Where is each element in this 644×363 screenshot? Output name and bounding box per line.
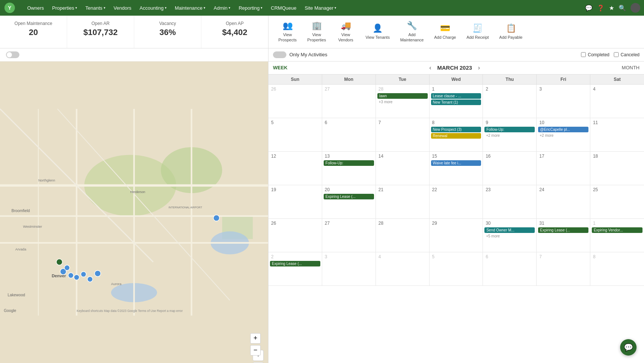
calendar-day-1-1[interactable]: 6	[322, 118, 376, 152]
calendar-day-4-5[interactable]: 31Expiring Lease (...	[537, 219, 590, 252]
calendar-event-more[interactable]: +5 more	[484, 234, 535, 239]
calendar-day-2-4[interactable]: 16	[483, 152, 537, 185]
calendar-day-4-3[interactable]: 29	[430, 219, 483, 252]
calendar-event[interactable]: Follow-Up:	[484, 127, 535, 132]
calendar-day-5-0[interactable]: 2Expiring Lease (...	[268, 252, 322, 286]
completed-checkbox-label[interactable]: Completed	[581, 52, 609, 57]
canceled-checkbox[interactable]	[614, 52, 619, 57]
prev-month-button[interactable]: ‹	[426, 64, 434, 72]
zoom-out-button[interactable]: −	[250, 345, 261, 356]
calendar-day-0-2[interactable]: 28lawn+3 more	[376, 85, 430, 118]
calendar-day-4-0[interactable]: 26	[268, 219, 322, 252]
calendar-event[interactable]: Lease clause - ...	[431, 93, 481, 99]
view-prospects-button[interactable]: 👥 ViewProspects	[274, 19, 301, 45]
add-maintenance-button[interactable]: 🔧 AddMaintenance	[396, 19, 427, 45]
user-avatar[interactable]	[631, 3, 640, 13]
calendar-day-5-6[interactable]: 8	[590, 252, 644, 286]
calendar-event-more[interactable]: +2 more	[484, 133, 535, 138]
stat-open-maintenance[interactable]: Open Maintenance 20	[0, 16, 67, 48]
calendar-day-0-3[interactable]: 1Lease clause - ...New Tenant (1)	[430, 85, 483, 118]
calendar-event-more[interactable]: +2 more	[538, 133, 588, 138]
calendar-day-5-1[interactable]: 3	[322, 252, 376, 286]
calendar-day-5-2[interactable]: 4	[376, 252, 430, 286]
nav-maintenance[interactable]: Maintenance ▾	[171, 4, 209, 12]
calendar-day-3-0[interactable]: 19	[268, 185, 322, 219]
canceled-checkbox-label[interactable]: Canceled	[614, 52, 640, 57]
calendar-event[interactable]: Send Owner M...	[484, 227, 535, 233]
nav-reporting[interactable]: Reporting ▾	[235, 4, 266, 12]
calendar-day-1-3[interactable]: 8New Prospect (3)Renewal	[430, 118, 483, 152]
calendar-day-1-4[interactable]: 9Follow-Up:+2 more	[483, 118, 537, 152]
week-label[interactable]: WEEK	[273, 65, 288, 70]
calendar-day-4-2[interactable]: 28	[376, 219, 430, 252]
chat-fab-button[interactable]: 💬	[620, 339, 637, 356]
calendar-day-5-5[interactable]: 7	[537, 252, 590, 286]
month-label[interactable]: MONTH	[622, 65, 640, 70]
calendar-event[interactable]: Expiring Lease (...	[270, 261, 320, 266]
completed-checkbox[interactable]	[581, 52, 586, 57]
next-month-button[interactable]: ›	[475, 64, 483, 72]
calendar-day-0-5[interactable]: 3	[537, 85, 590, 118]
calendar-day-0-6[interactable]: 4	[590, 85, 644, 118]
nav-crmqueue[interactable]: CRMQueue	[267, 4, 300, 12]
calendar-day-2-6[interactable]: 18	[590, 152, 644, 185]
nav-vendors[interactable]: Vendors	[110, 4, 135, 12]
favorites-icon[interactable]: ★	[609, 4, 614, 12]
calendar-day-3-4[interactable]: 23	[483, 185, 537, 219]
stat-open-ap[interactable]: Open AP $4,402	[201, 16, 268, 48]
nav-site-manager[interactable]: Site Manager ▾	[301, 4, 340, 12]
calendar-event[interactable]: Expiring Lease (...	[538, 227, 588, 233]
add-charge-button[interactable]: 💳 Add Charge	[430, 21, 460, 42]
calendar-day-3-1[interactable]: 20Expiring Lease (...	[322, 185, 376, 219]
nav-tenants[interactable]: Tenants ▾	[82, 4, 109, 12]
stat-vacancy[interactable]: Vacancy 36%	[134, 16, 201, 48]
calendar-day-2-1[interactable]: 13Follow-Up:	[322, 152, 376, 185]
calendar-day-4-6[interactable]: 1Expiring Vendor...	[590, 219, 644, 252]
calendar-event[interactable]: Expiring Vendor...	[592, 227, 643, 233]
calendar-event[interactable]: New Tenant (1)	[431, 100, 481, 105]
calendar-event-more[interactable]: +3 more	[377, 100, 428, 104]
calendar-day-0-4[interactable]: 2	[483, 85, 537, 118]
search-icon[interactable]: 🔍	[619, 4, 626, 12]
calendar-day-1-6[interactable]: 11	[590, 118, 644, 152]
calendar-event[interactable]: lawn	[377, 93, 428, 99]
calendar-day-5-4[interactable]: 6	[483, 252, 537, 286]
stat-open-ar[interactable]: Open AR $107,732	[67, 16, 134, 48]
calendar-day-1-0[interactable]: 5	[268, 118, 322, 152]
nav-properties[interactable]: Properties ▾	[48, 4, 81, 12]
calendar-day-0-1[interactable]: 27	[322, 85, 376, 118]
calendar-event[interactable]: Renewal	[431, 133, 481, 139]
calendar-day-3-5[interactable]: 24	[537, 185, 590, 219]
nav-admin[interactable]: Admin ▾	[210, 4, 234, 12]
help-icon[interactable]: ❓	[597, 4, 604, 12]
nav-accounting[interactable]: Accounting ▾	[136, 4, 170, 12]
calendar-day-3-2[interactable]: 21	[376, 185, 430, 219]
hide-map-toggle[interactable]	[6, 51, 19, 58]
calendar-event[interactable]: Expiring Lease (...	[324, 194, 374, 199]
view-vendors-button[interactable]: 🚚 ViewVendors	[333, 19, 359, 45]
nav-owners[interactable]: Owners	[23, 4, 48, 12]
calendar-day-2-0[interactable]: 12	[268, 152, 322, 185]
calendar-day-4-4[interactable]: 30Send Owner M...+5 more	[483, 219, 537, 252]
calendar-day-2-3[interactable]: 15Waive late fee i...	[430, 152, 483, 185]
calendar-day-2-5[interactable]: 17	[537, 152, 590, 185]
messages-icon[interactable]: 💬	[585, 4, 593, 12]
calendar-day-5-3[interactable]: 5	[430, 252, 483, 286]
calendar-event[interactable]: @EricCapelle pl...	[538, 127, 588, 132]
calendar-event[interactable]: New Prospect (3)	[431, 127, 481, 132]
calendar-day-1-2[interactable]: 7	[376, 118, 430, 152]
calendar-event[interactable]: Follow-Up:	[324, 160, 374, 166]
my-activities-toggle[interactable]	[273, 51, 286, 58]
calendar-day-4-1[interactable]: 27	[322, 219, 376, 252]
add-payable-button[interactable]: 📋 Add Payable	[496, 21, 526, 42]
logo[interactable]: Y	[4, 2, 18, 14]
calendar-day-1-5[interactable]: 10@EricCapelle pl...+2 more	[537, 118, 590, 152]
calendar-day-3-6[interactable]: 25	[590, 185, 644, 219]
add-receipt-button[interactable]: 🧾 Add Receipt	[463, 21, 493, 42]
calendar-day-3-3[interactable]: 22	[430, 185, 483, 219]
calendar-event[interactable]: Waive late fee i...	[431, 160, 481, 166]
calendar-day-2-2[interactable]: 14	[376, 152, 430, 185]
calendar-day-0-0[interactable]: 26	[268, 85, 322, 118]
zoom-in-button[interactable]: +	[250, 333, 261, 344]
view-properties-button[interactable]: 🏢 ViewProperties	[304, 19, 330, 45]
